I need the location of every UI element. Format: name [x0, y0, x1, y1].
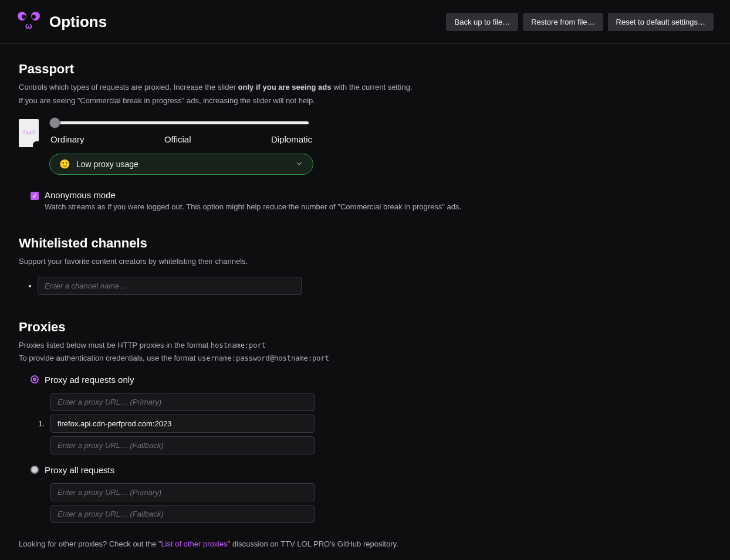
- passport-slider[interactable]: [49, 117, 313, 133]
- chevron-down-icon: [295, 159, 303, 169]
- proxy-usage-label: Low proxy usage: [76, 159, 138, 169]
- proxy-ad-only-row: Proxy ad requests only: [19, 375, 711, 385]
- proxy-ad-only-inputs: 1.: [19, 393, 711, 454]
- page-title: Options: [49, 13, 107, 31]
- passport-icon: ☉ω☉: [19, 119, 39, 147]
- anonymous-mode-checkbox[interactable]: [31, 192, 39, 200]
- passport-desc-2: If you are seeing "Commercial break in p…: [19, 95, 711, 107]
- proxy-ad-only-radio[interactable]: [31, 375, 39, 383]
- app-logo-icon: ω: [16, 12, 41, 32]
- proxy-all-inputs: [19, 483, 711, 523]
- proxy-ad-only-label: Proxy ad requests only: [45, 375, 134, 385]
- smiley-icon: 🙂: [59, 159, 70, 169]
- list-item: [38, 277, 711, 295]
- whitelist-heading: Whitelisted channels: [19, 236, 711, 251]
- proxy-all-radio[interactable]: [31, 466, 39, 474]
- proxy-entry-number: 1.: [36, 419, 45, 428]
- slider-labels: Ordinary Official Diplomatic: [49, 134, 313, 144]
- section-proxies: Proxies Proxies listed below must be HTT…: [19, 320, 711, 548]
- slider-label-diplomatic: Diplomatic: [271, 134, 312, 144]
- slider-label-ordinary: Ordinary: [50, 134, 85, 144]
- header: ω Options Back up to file… Restore from …: [0, 0, 730, 44]
- proxy-all-fallback-input[interactable]: [50, 505, 315, 523]
- proxy-usage-dropdown[interactable]: 🙂 Low proxy usage: [49, 154, 313, 175]
- restore-button[interactable]: Restore from file…: [523, 13, 603, 31]
- whitelist-desc: Support your favorite content creators b…: [19, 256, 711, 267]
- proxy-primary-input[interactable]: [50, 393, 315, 411]
- proxies-desc-2: To provide authentication credentials, u…: [19, 352, 711, 364]
- other-proxies-link[interactable]: List of other proxies: [161, 539, 227, 548]
- slider-label-official: Official: [164, 134, 191, 144]
- header-left: ω Options: [16, 12, 107, 32]
- passport-heading: Passport: [19, 62, 711, 77]
- proxies-footer: Looking for other proxies? Check out the…: [19, 539, 711, 548]
- section-whitelist: Whitelisted channels Support your favori…: [19, 236, 711, 295]
- channel-name-input[interactable]: [38, 277, 302, 295]
- backup-button[interactable]: Back up to file…: [446, 13, 518, 31]
- proxy-all-primary-input[interactable]: [50, 483, 315, 501]
- anonymous-mode-desc: Watch streams as if you were logged out.…: [45, 202, 461, 211]
- proxy-all-row: Proxy all requests: [19, 465, 711, 475]
- section-passport: Passport Controls which types of request…: [19, 62, 711, 211]
- reset-button[interactable]: Reset to default settings…: [608, 13, 714, 31]
- proxies-heading: Proxies: [19, 320, 711, 335]
- anonymous-mode-row: Anonymous mode Watch streams as if you w…: [19, 190, 711, 211]
- proxies-desc-1: Proxies listed below must be HTTP proxie…: [19, 340, 711, 351]
- slider-thumb[interactable]: [49, 117, 60, 128]
- proxy-all-label: Proxy all requests: [45, 465, 114, 475]
- header-buttons: Back up to file… Restore from file… Rese…: [446, 13, 714, 31]
- anonymous-mode-title: Anonymous mode: [45, 190, 461, 200]
- proxy-fallback-input[interactable]: [50, 436, 315, 454]
- proxy-entry-input[interactable]: [50, 415, 315, 433]
- passport-desc-1: Controls which types of requests are pro…: [19, 82, 711, 93]
